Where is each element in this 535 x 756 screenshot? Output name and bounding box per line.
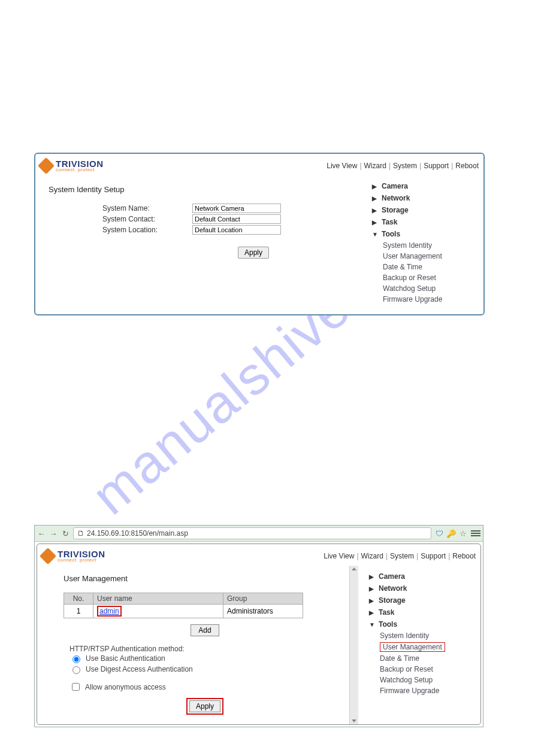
apply-button-2[interactable]: Apply	[189, 700, 220, 712]
admin-link[interactable]: admin	[99, 607, 119, 615]
identity-form: System Name: System Contact: System Loca…	[102, 204, 358, 259]
tree-camera[interactable]: ▶Camera	[372, 180, 480, 192]
logo-text: TRIVISION connect. protect	[58, 550, 105, 563]
top-nav: Live View| Wizard| System| Support| Rebo…	[327, 162, 479, 170]
th-no: No.	[64, 593, 93, 605]
tree-tools-children-2: System Identity User Management Date & T…	[369, 630, 477, 696]
brand-logo: TRIVISION connect. protect	[40, 160, 104, 172]
tree-network[interactable]: ▶Network	[369, 582, 477, 594]
highlight-box: User Management	[380, 642, 445, 652]
input-system-contact[interactable]	[192, 214, 281, 224]
tree-task[interactable]: ▶Task	[369, 606, 477, 618]
address-bar[interactable]: 🗋 24.150.69.10:8150/en/main.asp	[73, 527, 431, 539]
tree-backup-reset[interactable]: Backup or Reset	[383, 272, 480, 283]
hamburger-icon[interactable]	[471, 529, 480, 538]
apply-button[interactable]: Apply	[238, 247, 269, 259]
th-username: User name	[93, 593, 223, 605]
radio-basic-input[interactable]	[72, 655, 80, 663]
label-system-contact: System Contact:	[102, 215, 192, 223]
scrollbar[interactable]	[349, 566, 358, 724]
tree-storage[interactable]: ▶Storage	[372, 204, 480, 216]
nav-wizard[interactable]: Wizard	[364, 162, 386, 170]
top-nav-2: Live View| Wizard| System| Support| Rebo…	[324, 552, 476, 560]
reload-icon[interactable]: ↻	[61, 529, 69, 538]
auth-title: HTTP/RTSP Authentication method:	[69, 645, 346, 653]
arrow-right-icon: ▶	[372, 219, 378, 226]
label-system-location: System Location:	[102, 226, 192, 234]
tree-user-management-hl[interactable]: User Management	[380, 641, 477, 653]
apply2-wrap: Apply	[64, 698, 346, 715]
tree-firmware[interactable]: Firmware Upgrade	[380, 685, 477, 696]
arrow-right-icon: ▶	[372, 207, 378, 214]
tree-task[interactable]: ▶Task	[372, 216, 480, 228]
row-system-name: System Name:	[102, 204, 358, 213]
tree-date-time[interactable]: Date & Time	[383, 262, 480, 272]
logo-icon	[38, 157, 55, 174]
back-icon[interactable]: ←	[37, 529, 46, 538]
key-icon[interactable]: 🔑	[447, 529, 455, 538]
user-table: No. User name Group 1 admin Administ	[64, 593, 303, 618]
radio-basic-auth[interactable]: Use Basic Authentication	[69, 653, 346, 664]
input-system-name[interactable]	[192, 204, 281, 213]
shield-icon[interactable]: 🛡	[435, 529, 443, 538]
tree-tools[interactable]: ▼Tools	[369, 618, 477, 630]
tree-firmware[interactable]: Firmware Upgrade	[383, 294, 480, 305]
highlight-box: admin	[97, 606, 122, 617]
tree-system-identity[interactable]: System Identity	[383, 240, 480, 251]
auth-section: HTTP/RTSP Authentication method: Use Bas…	[69, 645, 346, 693]
tree-watchdog[interactable]: Watchdog Setup	[380, 675, 477, 685]
table-header-row: No. User name Group	[64, 593, 303, 605]
nav-live-view[interactable]: Live View	[324, 552, 354, 560]
checkbox-anon-input[interactable]	[72, 683, 80, 691]
nav-reboot[interactable]: Reboot	[455, 162, 479, 170]
add-button[interactable]: Add	[191, 624, 219, 636]
highlight-box: Apply	[186, 698, 223, 715]
td-no: 1	[64, 605, 93, 618]
logo-tagline: connect. protect	[58, 558, 105, 562]
tree-user-management[interactable]: User Management	[383, 251, 480, 262]
system-identity-panel: TRIVISION connect. protect Live View| Wi…	[34, 153, 485, 315]
nav-support[interactable]: Support	[424, 162, 449, 170]
nav-reboot[interactable]: Reboot	[452, 552, 476, 560]
checkbox-anon[interactable]: Allow anonymous access	[69, 681, 346, 693]
panel1-main: System Identity Setup System Name: Syste…	[35, 175, 368, 314]
arrow-right-icon: ▶	[369, 609, 375, 616]
nav-system[interactable]: System	[393, 162, 417, 170]
tree-camera[interactable]: ▶Camera	[369, 570, 477, 582]
nav-live-view[interactable]: Live View	[327, 162, 357, 170]
tree-watchdog[interactable]: Watchdog Setup	[383, 283, 480, 294]
radio-digest-auth[interactable]: Use Digest Access Authentication	[69, 664, 346, 675]
sidebar-tree-2: ▶Camera ▶Network ▶Storage ▶Task ▼Tools S…	[358, 566, 480, 724]
radio-digest-label: Use Digest Access Authentication	[86, 665, 193, 673]
nav-system[interactable]: System	[390, 552, 414, 560]
tree-date-time[interactable]: Date & Time	[380, 653, 477, 664]
tree-tools-children: System Identity User Management Date & T…	[372, 240, 480, 305]
brand-logo-2: TRIVISION connect. protect	[42, 550, 105, 563]
td-username: admin	[93, 605, 223, 618]
tree-tools[interactable]: ▼Tools	[372, 228, 480, 240]
arrow-right-icon: ▶	[369, 597, 375, 604]
page-icon: 🗋	[77, 529, 84, 538]
radio-digest-input[interactable]	[72, 666, 80, 674]
page-title: System Identity Setup	[49, 185, 358, 194]
forward-icon[interactable]: →	[49, 529, 58, 538]
logo-word: TRIVISION	[56, 160, 104, 168]
arrow-down-icon: ▼	[372, 231, 378, 238]
tree-storage[interactable]: ▶Storage	[369, 594, 477, 606]
row-system-contact: System Contact:	[102, 214, 358, 224]
td-group: Administrators	[223, 605, 303, 618]
tree-system-identity[interactable]: System Identity	[380, 630, 477, 641]
panel2-main: User Management No. User name Group 1 ad…	[37, 566, 358, 724]
user-management-panel: ← → ↻ 🗋 24.150.69.10:8150/en/main.asp 🛡 …	[34, 525, 483, 727]
tree-network[interactable]: ▶Network	[372, 192, 480, 204]
arrow-right-icon: ▶	[372, 183, 378, 190]
row-system-location: System Location:	[102, 225, 358, 235]
checkbox-anon-label: Allow anonymous access	[85, 683, 166, 691]
nav-wizard[interactable]: Wizard	[361, 552, 383, 560]
tree-backup-reset[interactable]: Backup or Reset	[380, 664, 477, 675]
topbar: TRIVISION connect. protect Live View| Wi…	[35, 154, 483, 175]
star-icon[interactable]: ☆	[459, 529, 467, 538]
nav-support[interactable]: Support	[421, 552, 446, 560]
input-system-location[interactable]	[192, 225, 281, 235]
arrow-right-icon: ▶	[369, 573, 375, 580]
